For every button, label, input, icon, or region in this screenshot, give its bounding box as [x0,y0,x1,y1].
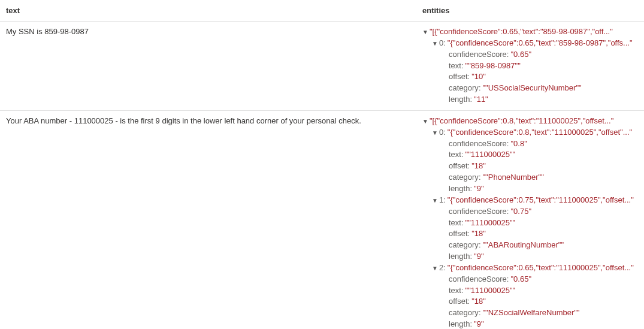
tree-field-key: confidenceScore [449,138,507,150]
tree-field-key: confidenceScore [449,49,507,61]
tree-item-preview[interactable]: "{"confidenceScore":0.65,"text":"1110000… [448,262,634,274]
tree-field-value[interactable]: ""111000025"" [465,149,516,161]
tree-key-index: 0 [439,38,443,49]
tree-field-value[interactable]: "0.65" [510,49,531,61]
tree-key-index: 2 [439,262,443,274]
caret-down-icon[interactable]: ▼ [432,264,439,273]
tree-field-value[interactable]: ""PhoneNumber"" [483,172,544,183]
tree-item-preview[interactable]: "{"confidenceScore":0.75,"text":"1110000… [448,195,634,206]
tree-item-preview[interactable]: "{"confidenceScore":0.65,"text":"859-98-… [448,38,633,49]
tree-field-key: category [449,307,479,319]
tree-key-index: 0 [439,127,443,138]
tree-field-key: text [449,218,461,229]
tree-field-value[interactable]: "0.8" [510,138,527,150]
tree-field-value[interactable]: "9" [474,183,483,195]
json-tree: ▼"[{"confidenceScore":0.8,"text":"111000… [422,116,638,329]
tree-field-value[interactable]: "9" [474,319,483,329]
tree-field-value[interactable]: "0.75" [510,206,531,218]
caret-down-icon[interactable]: ▼ [432,40,439,49]
tree-field-value[interactable]: "18" [471,161,486,172]
tree-field-key: category [449,172,479,183]
tree-field-key: offset [449,228,468,240]
tree-field-value[interactable]: "9" [474,251,483,262]
tree-field-key: offset [449,161,468,172]
tree-field-value[interactable]: ""111000025"" [465,218,516,229]
tree-root-preview[interactable]: "[{"confidenceScore":0.8,"text":"1110000… [430,116,613,127]
tree-field-value[interactable]: "0.65" [510,274,531,285]
tree-field-key: length [449,183,470,195]
tree-field-value[interactable]: "18" [471,296,486,307]
cell-text: My SSN is 859-98-0987 [0,22,416,111]
table-row: Your ABA number - 111000025 - is the fir… [0,110,644,329]
tree-field-value[interactable]: ""111000025"" [465,285,516,297]
results-table: text entities My SSN is 859-98-0987▼"[{"… [0,0,644,329]
json-tree: ▼"[{"confidenceScore":0.65,"text":"859-9… [422,26,638,105]
tree-field-key: text [449,149,461,161]
tree-item-preview[interactable]: "{"confidenceScore":0.8,"text":"11100002… [448,127,632,138]
tree-root-preview[interactable]: "[{"confidenceScore":0.65,"text":"859-98… [430,26,613,38]
caret-down-icon[interactable]: ▼ [432,129,439,138]
tree-field-key: confidenceScore [449,206,507,218]
tree-field-value[interactable]: ""ABARoutingNumber"" [483,240,564,251]
cell-entities: ▼"[{"confidenceScore":0.65,"text":"859-9… [416,22,644,111]
tree-field-key: length [449,94,470,105]
tree-key-index: 1 [439,195,443,206]
tree-field-key: length [449,319,470,329]
cell-text: Your ABA number - 111000025 - is the fir… [0,110,416,329]
caret-down-icon[interactable]: ▼ [422,28,430,37]
tree-field-key: length [449,251,470,262]
tree-field-value[interactable]: ""NZSocialWelfareNumber"" [483,307,580,319]
caret-down-icon[interactable]: ▼ [432,197,439,206]
caret-down-icon[interactable]: ▼ [422,117,430,126]
tree-field-value[interactable]: "10" [471,71,486,83]
tree-field-value[interactable]: "18" [471,228,486,240]
tree-field-key: confidenceScore [449,274,507,285]
tree-field-key: text [449,61,461,72]
tree-field-key: text [449,285,461,297]
col-header-text[interactable]: text [0,0,416,22]
cell-entities: ▼"[{"confidenceScore":0.8,"text":"111000… [416,110,644,329]
tree-field-key: offset [449,71,468,83]
col-header-entities[interactable]: entities [416,0,644,22]
tree-field-key: category [449,240,479,251]
tree-field-value[interactable]: ""859-98-0987"" [465,61,521,72]
tree-field-key: offset [449,296,468,307]
tree-field-value[interactable]: ""USSocialSecurityNumber"" [483,83,582,94]
table-row: My SSN is 859-98-0987▼"[{"confidenceScor… [0,22,644,111]
tree-field-value[interactable]: "11" [474,94,488,105]
tree-field-key: category [449,83,479,94]
